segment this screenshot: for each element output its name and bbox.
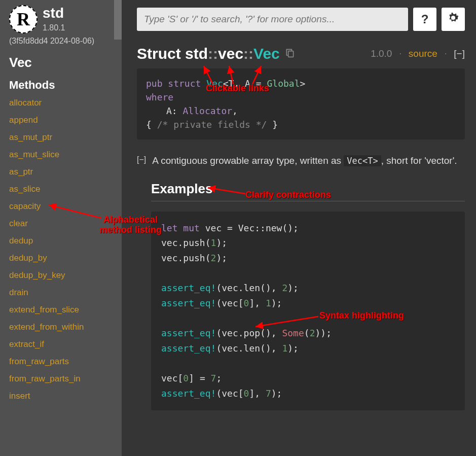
scrollbar-thumb[interactable] [114, 0, 122, 40]
source-link[interactable]: source [409, 48, 437, 59]
sidebar-method-insert[interactable]: insert [9, 391, 116, 401]
description: A contiguous growable array type, writte… [152, 154, 457, 168]
sig-global[interactable]: Global [267, 78, 300, 89]
sig-generics-open: <T, A = [223, 78, 267, 89]
example-code-block: let mut vec = Vec::new(); vec.push(1); v… [151, 212, 465, 410]
method-list: allocatorappendas_mut_ptras_mut_sliceas_… [9, 98, 116, 401]
crate-build: (3f5fd8dd4 2024-08-06) [9, 37, 116, 46]
crate-version: 1.80.1 [43, 23, 65, 32]
topbar: ? [137, 8, 465, 31]
sig-param-a: A [166, 106, 172, 116]
help-button[interactable]: ? [413, 8, 436, 31]
svg-rect-0 [288, 51, 293, 57]
desc-code: Vec<T> [344, 155, 381, 166]
kw-where: where [146, 92, 173, 102]
sidebar-method-append[interactable]: append [9, 115, 116, 125]
kw-pub: pub [146, 78, 163, 89]
divider [151, 201, 465, 201]
copy-path-icon[interactable] [285, 47, 295, 61]
sidebar-method-dedup_by_key[interactable]: dedup_by_key [9, 270, 116, 280]
sidebar-method-as_mut_ptr[interactable]: as_mut_ptr [9, 132, 116, 143]
sidebar: R std 1.80.1 (3f5fd8dd4 2024-08-06) Vec … [0, 0, 122, 456]
kw-struct: struct [168, 78, 201, 89]
sidebar-method-dedup_by[interactable]: dedup_by [9, 253, 116, 263]
sig-name: Vec [206, 78, 223, 89]
sidebar-method-as_slice[interactable]: as_slice [9, 184, 116, 194]
title-row: Struct std::vec::Vec 1.0.0 · source · [−… [137, 45, 465, 62]
sig-private-fields: /* private fields */ [157, 119, 267, 130]
sig-generics-close: > [300, 78, 305, 89]
sig-trait-allocator[interactable]: Allocator [183, 106, 233, 116]
main-content: ? Struct std::vec::Vec 1.0.0 · source · … [122, 0, 476, 456]
gear-icon [446, 11, 460, 28]
path-std[interactable]: std [185, 45, 208, 62]
search-input[interactable] [137, 8, 408, 31]
sidebar-method-extend_from_slice[interactable]: extend_from_slice [9, 305, 116, 315]
sidebar-method-from_raw_parts_in[interactable]: from_raw_parts_in [9, 374, 116, 384]
sidebar-method-dedup[interactable]: dedup [9, 236, 116, 246]
sidebar-method-from_raw_parts[interactable]: from_raw_parts [9, 357, 116, 367]
sidebar-method-drain[interactable]: drain [9, 288, 116, 298]
methods-heading: Methods [9, 79, 116, 92]
sidebar-method-extend_from_within[interactable]: extend_from_within [9, 322, 116, 332]
path-vec[interactable]: vec [218, 45, 243, 62]
page-title: Struct std::vec::Vec [137, 45, 280, 62]
sidebar-method-as_mut_slice[interactable]: as_mut_slice [9, 150, 116, 160]
signature-block: pub struct Vec<T, A = Global> where A: A… [137, 68, 465, 139]
item-kind: Struct [137, 45, 181, 62]
path-type[interactable]: Vec [253, 45, 280, 62]
type-heading[interactable]: Vec [9, 55, 116, 71]
settings-button[interactable] [442, 8, 465, 31]
rust-logo[interactable]: R [9, 5, 38, 33]
sidebar-method-as_ptr[interactable]: as_ptr [9, 167, 116, 177]
collapse-all-toggle[interactable]: [−] [454, 48, 465, 59]
sidebar-method-capacity[interactable]: capacity [9, 201, 116, 212]
sidebar-method-clear[interactable]: clear [9, 219, 116, 229]
since-version: 1.0.0 [371, 48, 392, 59]
crate-name[interactable]: std [43, 5, 65, 21]
examples-heading: Examples [151, 181, 465, 197]
sidebar-method-allocator[interactable]: allocator [9, 98, 116, 108]
collapse-toggle[interactable]: [−] [137, 154, 146, 164]
sidebar-method-extract_if[interactable]: extract_if [9, 339, 116, 349]
